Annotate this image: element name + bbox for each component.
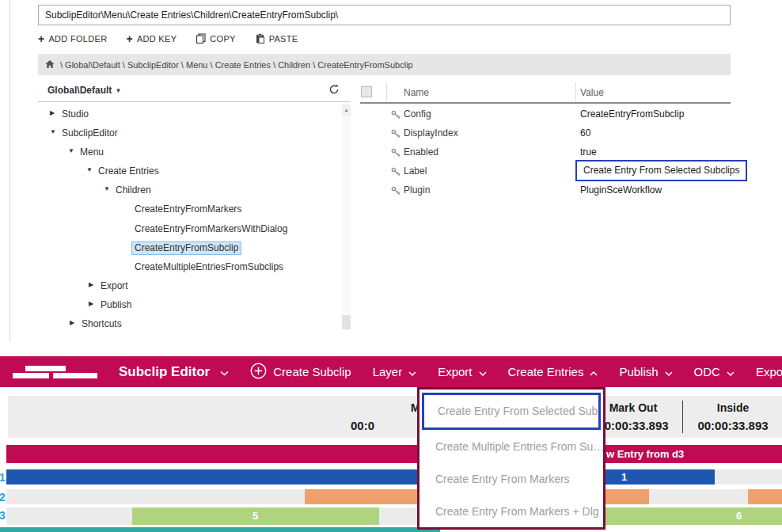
property-name: DisplayIndex xyxy=(404,127,458,140)
config-path-input[interactable] xyxy=(38,5,731,25)
menu-export[interactable]: Export xyxy=(438,365,486,378)
add-key-button[interactable]: + ADD KEY xyxy=(126,34,177,44)
tree-root-selector[interactable]: Global\Default ▾ xyxy=(47,82,120,98)
create-entries-dropdown: Create Entry From Selected Sub… Create M… xyxy=(417,387,605,530)
menu-item-create-multiple-entries-from-subclips[interactable]: Create Multiple Entries From Su… xyxy=(419,431,603,463)
add-folder-button[interactable]: + ADD FOLDER xyxy=(38,34,107,44)
subclip-bar-label: 1 xyxy=(621,469,627,484)
nav-label: Layer xyxy=(373,365,403,378)
tree-item-selected[interactable]: CreateEntryFromSubclip xyxy=(0,241,348,255)
tree-item[interactable]: CreateEntryFromMarkersWithDialog xyxy=(0,222,348,236)
timecode-info-bar: M 00:0 Mark Out 00:00:33.893 Inside 00:0… xyxy=(8,396,782,438)
menu-layer[interactable]: Layer xyxy=(373,365,417,378)
tree-root-label: Global\Default xyxy=(47,85,112,96)
timeline-entry-banner[interactable]: w Entry from d3 xyxy=(6,445,782,463)
nav-label: Publish xyxy=(619,365,658,378)
app-title-menu[interactable]: Subclip Editor xyxy=(119,364,229,380)
nav-label: Create Subclip xyxy=(273,365,351,378)
subclip-bar-label: 6 xyxy=(736,507,742,525)
key-icon xyxy=(391,165,400,180)
tree-item[interactable]: ▶ Publish xyxy=(0,298,348,312)
nav-label: ODC xyxy=(694,365,720,378)
table-row[interactable]: Label Create Entry From Selected Subclip… xyxy=(0,165,782,178)
table-row[interactable]: DisplayIndex 60 xyxy=(0,127,782,140)
menu-item-create-entry-from-markers[interactable]: Create Entry From Markers xyxy=(419,463,603,496)
table-header-divider xyxy=(360,102,731,104)
nav-label: Export xyxy=(438,365,472,378)
key-icon xyxy=(391,108,400,123)
paste-button[interactable]: PASTE xyxy=(255,33,298,45)
tree-expander-icon[interactable]: ▶ xyxy=(89,281,98,288)
menu-create-entries[interactable]: Create Entries xyxy=(508,365,598,378)
key-icon xyxy=(391,146,400,161)
property-value[interactable]: 60 xyxy=(580,127,590,140)
table-header-name[interactable]: Name xyxy=(404,87,429,98)
chevron-down-icon xyxy=(479,365,487,378)
chevron-down-icon xyxy=(408,365,416,378)
caret-down-icon: ▾ xyxy=(116,86,120,94)
property-name: Label xyxy=(404,165,427,178)
chevron-up-icon xyxy=(590,365,598,378)
subclip-bar-orange[interactable] xyxy=(748,489,782,504)
plus-circle-icon xyxy=(250,363,267,382)
table-row[interactable]: Plugin PluginSceWorkflow xyxy=(0,184,782,197)
key-icon xyxy=(391,127,400,142)
paste-label: PASTE xyxy=(269,34,298,44)
tree-item-label[interactable]: CreateEntryFromMarkers xyxy=(135,203,241,216)
tree-item-label[interactable]: Export xyxy=(101,279,128,293)
config-toolbar: + ADD FOLDER + ADD KEY COPY PASTE xyxy=(38,32,298,46)
menu-odc[interactable]: ODC xyxy=(694,365,735,378)
table-header-value[interactable]: Value xyxy=(580,87,604,98)
screen: + ADD FOLDER + ADD KEY COPY PASTE \ Glob… xyxy=(0,0,782,532)
breadcrumb[interactable]: \ Global\Default \ SubclipEditor \ Menu … xyxy=(38,54,731,75)
home-icon[interactable] xyxy=(45,59,55,70)
property-value[interactable]: PluginSceWorkflow xyxy=(580,184,662,197)
tree-item-label[interactable]: CreateEntryFromMarkersWithDialog xyxy=(135,222,287,236)
property-name: Plugin xyxy=(404,184,430,197)
tree-expander-icon[interactable]: ▶ xyxy=(89,300,98,307)
subclip-bar-green[interactable]: 5 xyxy=(132,507,379,525)
property-value[interactable]: true xyxy=(580,146,597,159)
timeline-track-2[interactable] xyxy=(6,489,782,504)
timeline-teal-bar[interactable] xyxy=(0,527,440,532)
tree-item[interactable]: CreateMultipleEntriesFromSubclips xyxy=(0,260,348,274)
tree-item[interactable]: ▶ Shortcuts xyxy=(0,317,348,331)
property-name: Config xyxy=(404,108,431,121)
tree-header-divider xyxy=(38,101,351,102)
table-row[interactable]: Enabled true xyxy=(0,146,782,159)
create-subclip-button[interactable]: Create Subclip xyxy=(250,363,351,382)
info-divider xyxy=(682,401,683,433)
chevron-down-icon xyxy=(727,365,735,378)
tree-item-label[interactable]: Shortcuts xyxy=(82,317,122,331)
chevron-down-icon xyxy=(220,364,229,380)
table-row[interactable]: Config CreateEntryFromSubclip xyxy=(0,108,782,121)
refresh-button[interactable] xyxy=(328,84,340,98)
subclip-bar-blue[interactable]: 1 xyxy=(6,469,715,484)
column-divider xyxy=(386,82,387,101)
tree-item-label[interactable]: Publish xyxy=(101,298,131,312)
inside-value: 00:00:33.893 xyxy=(685,419,780,432)
app-header: Subclip Editor Create Subclip Layer Expo… xyxy=(0,356,782,387)
menu-item-create-entry-from-selected-subclips[interactable]: Create Entry From Selected Sub… xyxy=(422,393,601,430)
property-value-highlighted[interactable]: Create Entry From Selected Subclips xyxy=(575,160,747,181)
nav-label: Export (Ad Insertion) xyxy=(756,365,782,378)
timeline-track-1[interactable]: 1 xyxy=(6,469,782,484)
menu-item-create-entry-from-markers-dlg[interactable]: Create Entry From Markers + Dlg xyxy=(419,495,603,527)
scrollbar-thumb[interactable] xyxy=(342,315,351,329)
tree-item[interactable]: ▶ Export xyxy=(0,279,348,293)
occluded-time-fragment: 00:0 xyxy=(351,419,374,432)
property-value[interactable]: CreateEntryFromSubclip xyxy=(580,108,684,121)
tree-item[interactable]: CreateEntryFromMarkers xyxy=(0,203,348,216)
tree-item-label[interactable]: CreateEntryFromSubclip xyxy=(131,241,241,255)
chevron-down-icon xyxy=(665,365,673,378)
tree-item-label[interactable]: CreateMultipleEntriesFromSubclips xyxy=(135,260,283,274)
menu-publish[interactable]: Publish xyxy=(619,365,672,378)
select-all-checkbox[interactable] xyxy=(361,86,372,97)
copy-button[interactable]: COPY xyxy=(196,33,235,45)
tree-expander-icon[interactable]: ▶ xyxy=(70,319,79,326)
subclip-bar-label: 5 xyxy=(252,507,258,525)
property-name: Enabled xyxy=(404,146,438,159)
entry-banner-label: w Entry from d3 xyxy=(606,445,684,463)
timeline-track-3[interactable]: 5 6 xyxy=(6,507,782,525)
menu-export-ad-insertion[interactable]: Export (Ad Insertion) xyxy=(756,365,782,378)
